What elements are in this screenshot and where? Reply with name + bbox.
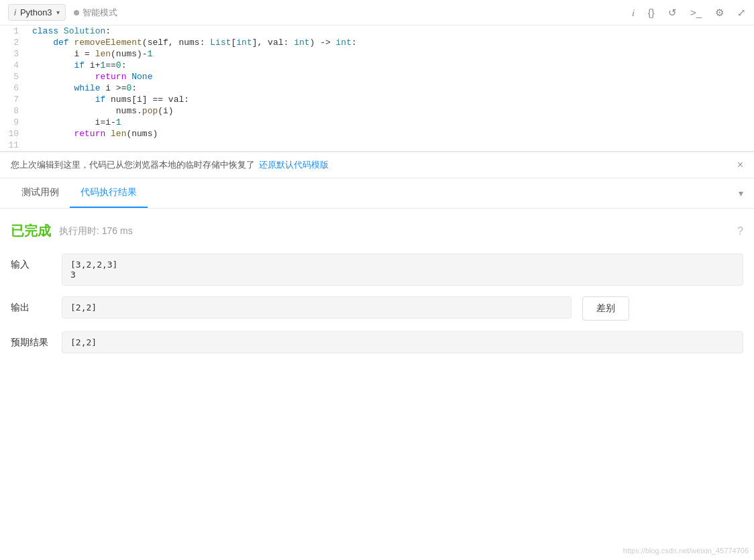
expected-row: 预期结果 [2,2]	[11, 331, 743, 353]
table-row: 6 while i >=0:	[0, 82, 754, 94]
exec-time: 执行用时: 176 ms	[59, 225, 133, 237]
table-row: 2 def removeElement(self, nums: List[int…	[0, 37, 754, 48]
expected-label: 预期结果	[11, 331, 51, 349]
line-number: 4	[0, 60, 27, 71]
line-number: 3	[0, 48, 27, 60]
status-row: 已完成 执行用时: 176 ms ?	[11, 222, 743, 240]
lang-icon: i	[14, 7, 16, 17]
table-row: 7 if nums[i] == val:	[0, 94, 754, 105]
input-line1: [3,2,2,3]	[70, 260, 735, 270]
expected-box: [2,2]	[62, 331, 743, 353]
line-number: 9	[0, 117, 27, 128]
fullscreen-icon[interactable]: ⤢	[737, 7, 746, 19]
line-code[interactable]: if i+1==0:	[27, 60, 754, 71]
line-code[interactable]: i = len(nums)-1	[27, 48, 754, 60]
lang-name: Python3	[20, 7, 52, 17]
results-area: 已完成 执行用时: 176 ms ? 输入 [3,2,2,3] 3 输出 [2,…	[0, 209, 754, 378]
code-editor[interactable]: 1class Solution:2 def removeElement(self…	[0, 25, 754, 152]
expected-value: [2,2]	[70, 337, 97, 347]
line-code[interactable]: return None	[27, 71, 754, 82]
expand-icon[interactable]: ▾	[739, 188, 743, 199]
table-row: 11	[0, 139, 754, 151]
line-code[interactable]: i=i-1	[27, 117, 754, 128]
output-value: [2,2]	[70, 302, 97, 313]
line-number: 2	[0, 37, 27, 48]
line-number: 11	[0, 139, 27, 151]
smart-mode[interactable]: 智能模式	[74, 7, 117, 19]
exec-time-label: 执行用时:	[59, 225, 99, 236]
input-row: 输入 [3,2,2,3] 3	[11, 254, 743, 286]
table-row: 10 return len(nums)	[0, 128, 754, 139]
line-code[interactable]: return len(nums)	[27, 128, 754, 139]
diff-button[interactable]: 差别	[582, 296, 629, 321]
table-row: 8 nums.pop(i)	[0, 105, 754, 117]
line-number: 8	[0, 105, 27, 117]
line-code[interactable]: def removeElement(self, nums: List[int],…	[27, 37, 754, 48]
smart-dot-icon	[74, 10, 79, 15]
close-icon[interactable]: ×	[737, 159, 743, 171]
line-number: 5	[0, 71, 27, 82]
toolbar-right: 𝑖 {} ↺ >_ ⚙ ⤢	[632, 7, 746, 19]
format-icon[interactable]: {}	[648, 7, 655, 18]
line-number: 10	[0, 128, 27, 139]
help-icon[interactable]: ?	[737, 225, 743, 237]
input-box: [3,2,2,3] 3	[62, 254, 743, 286]
terminal-icon[interactable]: >_	[690, 7, 702, 18]
info-icon[interactable]: 𝑖	[632, 7, 635, 19]
line-code[interactable]: nums.pop(i)	[27, 105, 754, 117]
smart-mode-label: 智能模式	[83, 7, 117, 19]
line-number: 7	[0, 94, 27, 105]
line-code[interactable]: class Solution:	[27, 25, 754, 37]
status-label: 已完成	[11, 222, 51, 240]
table-row: 1class Solution:	[0, 25, 754, 37]
line-code[interactable]: while i >=0:	[27, 82, 754, 94]
toolbar: i Python3 ▾ 智能模式 𝑖 {} ↺ >_ ⚙ ⤢	[0, 0, 754, 25]
language-selector[interactable]: i Python3 ▾	[8, 4, 66, 21]
table-row: 4 if i+1==0:	[0, 60, 754, 71]
tab-test-cases[interactable]: 测试用例	[11, 178, 70, 208]
line-code[interactable]	[27, 139, 754, 151]
input-label: 输入	[11, 254, 51, 271]
chevron-down-icon: ▾	[56, 9, 60, 16]
input-line2: 3	[70, 270, 735, 280]
notification-text: 您上次编辑到这里，代码已从您浏览器本地的临时存储中恢复了	[11, 159, 255, 171]
reset-icon[interactable]: ↺	[668, 7, 677, 19]
restore-link[interactable]: 还原默认代码模版	[259, 159, 329, 171]
line-code[interactable]: if nums[i] == val:	[27, 94, 754, 105]
tabs-bar: 测试用例 代码执行结果 ▾	[0, 178, 754, 209]
line-number: 6	[0, 82, 27, 94]
notification-bar: 您上次编辑到这里，代码已从您浏览器本地的临时存储中恢复了 还原默认代码模版 ×	[0, 152, 754, 178]
table-row: 3 i = len(nums)-1	[0, 48, 754, 60]
output-row: 输出 [2,2] 差别	[11, 296, 743, 321]
tab-exec-results[interactable]: 代码执行结果	[70, 178, 148, 208]
exec-time-value: 176 ms	[102, 225, 133, 236]
line-number: 1	[0, 25, 27, 37]
table-row: 5 return None	[0, 71, 754, 82]
table-row: 9 i=i-1	[0, 117, 754, 128]
output-label: 输出	[11, 296, 51, 314]
code-table: 1class Solution:2 def removeElement(self…	[0, 25, 754, 151]
settings-icon[interactable]: ⚙	[715, 7, 724, 19]
output-box: [2,2]	[62, 296, 572, 319]
